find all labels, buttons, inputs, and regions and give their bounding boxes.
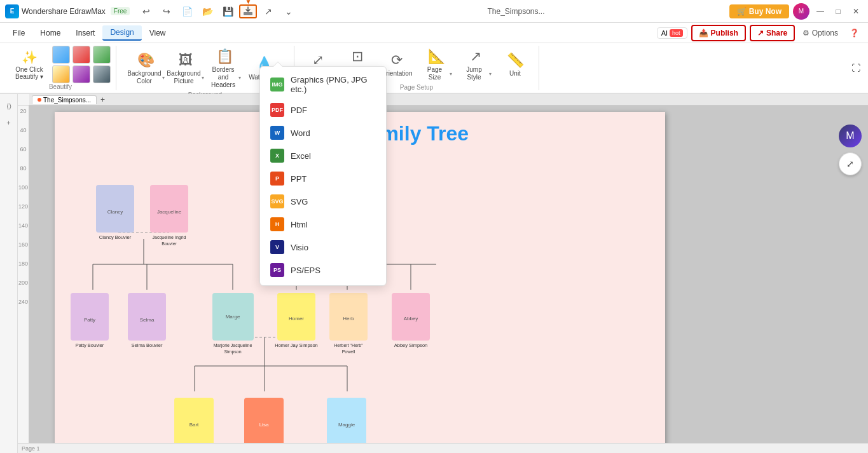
svg-text:Herb: Herb <box>343 316 354 321</box>
borders-icon: 📋 <box>216 48 233 65</box>
svg-text:Homer Jay Simpson: Homer Jay Simpson <box>275 342 318 348</box>
unit-button[interactable]: 📏 Unit <box>497 50 534 80</box>
export-excel-item[interactable]: X Excel <box>260 144 386 167</box>
options-button[interactable]: ⚙ Options <box>799 26 842 40</box>
export-svg-item[interactable]: SVG SVG <box>260 190 386 213</box>
svg-text:Jacqueline: Jacqueline <box>157 209 182 215</box>
tab-simpsons[interactable]: The_Simpsons... <box>32 95 97 104</box>
bottom-bar: Page 1 <box>18 443 868 453</box>
beautify-style-2[interactable] <box>72 46 90 64</box>
html-label: Html <box>291 220 308 229</box>
menu-design[interactable]: Design <box>102 25 141 41</box>
svg-text:Patty: Patty <box>84 317 95 323</box>
svg-text:Clancy Bouvier: Clancy Bouvier <box>99 234 132 240</box>
beautify-style-6[interactable] <box>93 65 111 83</box>
export-graphics-item[interactable]: IMG Graphics (PNG, JPG etc.) <box>260 71 386 98</box>
bg-picture-icon: 🖼 <box>179 52 193 69</box>
new-button[interactable]: 📄 <box>178 4 196 18</box>
svg-text:Bart: Bart <box>189 422 199 428</box>
beautify-style-4[interactable] <box>52 65 70 83</box>
fit-drawing-icon: ⊡ <box>352 48 363 65</box>
beautify-style-3[interactable] <box>93 46 111 64</box>
ai-badge[interactable]: AI hot <box>657 27 687 39</box>
menu-view[interactable]: View <box>142 26 174 40</box>
sidebar-add-btn[interactable]: + <box>2 116 16 130</box>
share-title-button[interactable]: ↗ <box>259 4 277 18</box>
open-button[interactable]: 📂 <box>198 4 216 18</box>
canvas-area: The_Simpsons... + 140 120 100 80 60 40 2… <box>18 94 868 453</box>
vertical-ruler: 20 40 60 80 100 120 140 160 180 200 240 <box>18 105 29 453</box>
svg-text:Selma Bouvier: Selma Bouvier <box>132 342 163 348</box>
page-size-arrow: ▾ <box>450 71 452 77</box>
background-picture-button[interactable]: 🖼 Background Picture ▾ <box>167 50 204 88</box>
expand-float-icon: ⤢ <box>846 159 854 169</box>
add-tab-button[interactable]: + <box>98 95 107 104</box>
menubar: File Home Insert Design View AI hot 📤 Pu… <box>0 23 868 43</box>
titlebar-controls: ↩ ↪ 📄 📂 💾 ▼ ↗ ⌄ <box>137 4 298 18</box>
unit-icon: 📏 <box>507 52 524 69</box>
save-button[interactable]: 💾 <box>219 4 237 18</box>
sidebar-collapse-btn[interactable]: ⟨⟩ <box>2 99 16 113</box>
close-button[interactable]: ✕ <box>849 4 863 18</box>
borders-headers-button[interactable]: 📋 Borders and Headers ▾ <box>207 46 244 91</box>
float-expand-button[interactable]: ⤢ <box>839 152 862 175</box>
html-icon: H <box>270 217 284 231</box>
word-icon: W <box>270 126 284 140</box>
page-setup-label: Page Setup <box>400 84 433 92</box>
app-logo: E Wondershare EdrawMax Free <box>5 4 130 18</box>
export-ppt-item[interactable]: P PPT <box>260 167 386 190</box>
svg-text:Homer: Homer <box>289 316 304 321</box>
menu-file[interactable]: File <box>5 26 32 40</box>
page-size-button[interactable]: 📐 Page Size ▾ <box>418 46 455 84</box>
svg-text:Abbey: Abbey <box>404 316 418 321</box>
share-button[interactable]: ↗ Share <box>750 25 795 41</box>
menu-insert[interactable]: Insert <box>68 26 102 40</box>
export-word-item[interactable]: W Word <box>260 121 386 144</box>
ps-label: PS/EPS <box>291 266 320 275</box>
publish-button[interactable]: 📤 Publish <box>691 25 746 41</box>
svg-text:Abbey Simpson: Abbey Simpson <box>394 342 428 348</box>
more-button[interactable]: ⌄ <box>280 4 298 18</box>
right-floating-panel: M ⤢ <box>839 125 862 175</box>
export-button[interactable]: ▼ <box>239 4 257 18</box>
app-logo-icon: E <box>5 4 19 18</box>
svg-text:Patty Bouvier: Patty Bouvier <box>76 342 104 348</box>
background-color-button[interactable]: 🎨 Background Color ▾ <box>128 50 165 88</box>
buy-now-button[interactable]: 🛒 Buy Now <box>729 4 789 18</box>
export-visio-item[interactable]: V Visio <box>260 236 386 259</box>
svg-text:Marjorie Jacqueline: Marjorie Jacqueline <box>214 343 252 348</box>
help-button[interactable]: ❓ <box>846 26 863 40</box>
export-html-item[interactable]: H Html <box>260 213 386 236</box>
one-click-beautify-button[interactable]: ✨ One ClickBeautify ▾ <box>10 47 48 83</box>
document-title: The_Simpsons... <box>303 7 729 16</box>
user-avatar[interactable]: M <box>793 3 809 20</box>
undo-button[interactable]: ↩ <box>137 4 155 18</box>
menu-home[interactable]: Home <box>32 26 68 40</box>
beautify-style-5[interactable] <box>72 65 90 83</box>
maximize-button[interactable]: □ <box>831 4 845 18</box>
bg-color-icon: 🎨 <box>137 52 155 69</box>
beautify-icon: ✨ <box>22 50 38 65</box>
svg-text:Selma: Selma <box>140 317 155 323</box>
minimize-button[interactable]: — <box>813 4 827 18</box>
excel-label: Excel <box>291 151 311 161</box>
app-name-label: Wondershare EdrawMax <box>22 7 106 16</box>
beautify-label: Beautify <box>49 83 72 91</box>
export-pdf-item[interactable]: PDF PDF <box>260 98 386 121</box>
beautify-style-1[interactable] <box>52 46 70 64</box>
buy-icon: 🛒 <box>737 7 747 16</box>
redo-button[interactable]: ↪ <box>158 4 176 18</box>
edrawai-float-button[interactable]: M <box>839 125 862 147</box>
orientation-icon: ⟳ <box>391 52 403 69</box>
svg-text:Herbert "Herb": Herbert "Herb" <box>334 343 363 348</box>
gear-icon: ⚙ <box>803 29 809 37</box>
svg-text:Marge: Marge <box>226 314 240 320</box>
expand-icon-btn[interactable]: ⛶ <box>851 63 860 73</box>
pdf-icon: PDF <box>270 103 284 117</box>
free-badge: Free <box>111 7 130 15</box>
export-ps-item[interactable]: PS PS/EPS <box>260 259 386 281</box>
jump-style-button[interactable]: ↗ Jump Style ▾ <box>457 46 494 84</box>
svg-text:Powell: Powell <box>342 349 355 354</box>
main-area: ⟨⟩ + The_Simpsons... + 140 120 100 80 60… <box>0 94 868 453</box>
visio-icon: V <box>270 240 284 254</box>
